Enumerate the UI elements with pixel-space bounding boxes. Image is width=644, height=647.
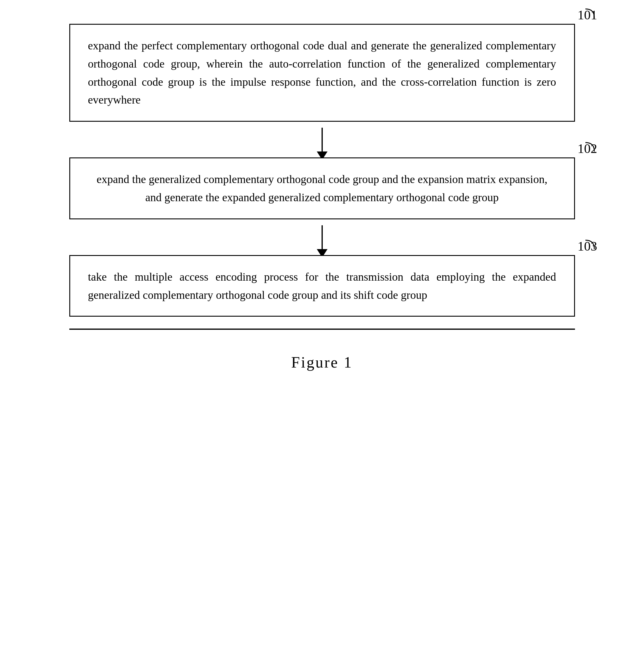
- step-101-text: expand the perfect complementary orthogo…: [88, 37, 556, 109]
- arrow-1-line: [322, 128, 323, 151]
- step-103-text: take the multiple access encoding proces…: [88, 268, 556, 304]
- step-103-wrapper: take the multiple access encoding proces…: [69, 255, 575, 317]
- step-102-label-group: 102: [573, 141, 597, 162]
- page-container: expand the perfect complementary orthogo…: [0, 0, 644, 647]
- step-101-box: expand the perfect complementary orthogo…: [69, 24, 575, 122]
- arrow-1-inner: [322, 128, 323, 151]
- step-103-box: take the multiple access encoding proces…: [69, 255, 575, 317]
- arrow-1: [322, 122, 323, 157]
- arrow-2-inner: [322, 225, 323, 249]
- step-102-box: expand the generalized complementary ort…: [69, 157, 575, 219]
- step-101-label-group: 101: [573, 7, 597, 28]
- step-103-number: 103: [578, 239, 597, 254]
- arrow-2: [322, 219, 323, 255]
- diagram-area: expand the perfect complementary orthogo…: [69, 24, 575, 623]
- step-102-wrapper: expand the generalized complementary ort…: [69, 157, 575, 219]
- bottom-line: [69, 329, 575, 330]
- step-102-number: 102: [578, 141, 597, 156]
- arrow-2-line: [322, 225, 323, 249]
- step-101-wrapper: expand the perfect complementary orthogo…: [69, 24, 575, 122]
- step-103-label-group: 103: [573, 239, 597, 260]
- figure-caption: Figure 1: [291, 354, 353, 371]
- step-102-text: expand the generalized complementary ort…: [88, 170, 556, 207]
- step-101-number: 101: [578, 7, 597, 23]
